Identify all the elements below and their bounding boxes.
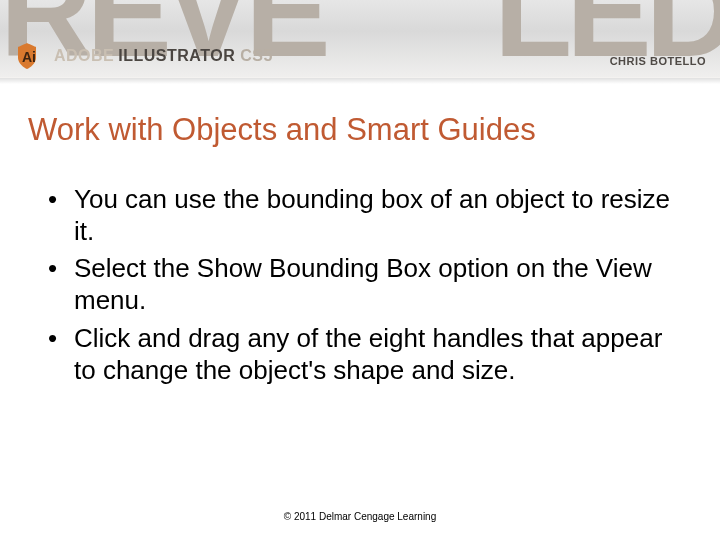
list-item: You can use the bounding box of an objec… [48,184,678,247]
product-label: ILLUSTRATOR [118,47,235,65]
author-label: CHRIS BOTELLO [610,55,706,67]
header-shadow [0,78,720,84]
list-item: Select the Show Bounding Box option on t… [48,253,678,316]
footer-copyright: © 2011 Delmar Cengage Learning [0,511,720,522]
product-name: ADOBE ILLUSTRATOR CS5 [54,47,273,65]
illustrator-logo-icon: Ai [12,41,42,71]
svg-text:Ai: Ai [22,49,36,65]
slide-title: Work with Objects and Smart Guides [28,112,720,148]
bullet-list: You can use the bounding box of an objec… [48,184,678,386]
adobe-label: ADOBE [54,47,114,65]
list-item: Click and drag any of the eight handles … [48,323,678,386]
version-label: CS5 [240,47,273,65]
header-banner: REVE LED Ai ADOBE ILLUSTRATOR CS5 CHRIS … [0,0,720,78]
